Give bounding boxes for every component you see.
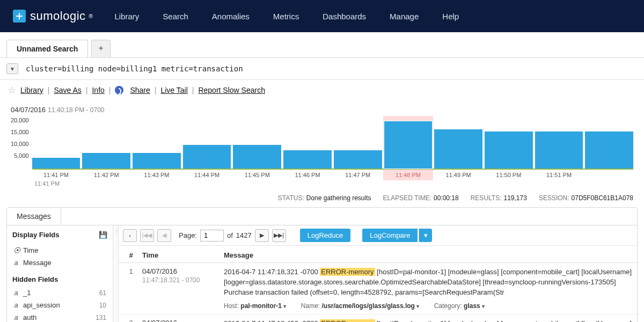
nav-manage[interactable]: Manage [390, 12, 419, 21]
highlight-error: ERROR-memory [320, 268, 375, 276]
pager-collapse-button[interactable]: ‹ [123, 229, 137, 242]
histogram-bar[interactable] [283, 150, 332, 169]
text-type-icon: a [13, 313, 19, 321]
hidden-field-api-session[interactable]: a api_session 10 [12, 299, 107, 311]
x-tick-label: 11:41 PM [32, 172, 80, 178]
text-type-icon: a [13, 301, 19, 309]
result-row[interactable]: 2 04/07/2016 11:47:18.456 - 0700 2016-04… [119, 314, 637, 322]
x-tick-label: 11:48 PM [384, 172, 433, 178]
x-tick-label: 11:51 PM [535, 172, 583, 178]
histogram-bar[interactable] [183, 145, 231, 169]
x-tick-label: 11:46 PM [283, 172, 332, 178]
pager-next-button[interactable]: ▶ [255, 229, 269, 242]
nav-search[interactable]: Search [163, 12, 188, 21]
x-tick-label: 11:45 PM [233, 172, 281, 178]
results-grid-header: # Time Message [119, 246, 637, 263]
query-bar: ▼ [0, 57, 644, 80]
x-tick-label: 11:43 PM [133, 172, 181, 178]
clock-icon: ⦿ [13, 246, 19, 254]
nav-dashboards[interactable]: Dashboards [323, 12, 366, 21]
fields-sidebar: Display Fields 💾 ⦿ Time a Message Hidden… [7, 225, 113, 322]
share-icon [115, 86, 123, 94]
pager-last-button[interactable]: ▶▶| [272, 229, 286, 242]
brand-logo: sumologic® [13, 9, 93, 23]
nav-library[interactable]: Library [114, 12, 139, 21]
page-label: Page: [179, 231, 197, 239]
action-report-slow[interactable]: Report Slow Search [198, 86, 265, 94]
histogram-bar[interactable] [434, 129, 482, 169]
histogram-bar[interactable] [585, 131, 633, 169]
hidden-field-auth[interactable]: a auth 131 [12, 311, 107, 322]
favorite-star-icon[interactable]: ☆ [8, 84, 16, 96]
action-library[interactable]: Library [20, 86, 43, 94]
histogram-zone: 04/07/201611:40:18 PM - 0700 20,000 15,0… [0, 100, 644, 189]
chart-cursor-time: 11:41 PM [34, 180, 633, 187]
hidden-fields-heading: Hidden Fields [12, 275, 107, 283]
x-tick-label: 11:42 PM [82, 172, 130, 178]
nav-anomalies[interactable]: Anomalies [212, 12, 250, 21]
pager: ‹ |◀◀ ◀ Page: of 1427 ▶ ▶▶| LogReduce Lo… [119, 225, 637, 246]
messages-panel: Messages Display Fields 💾 ⦿ Time a Messa… [6, 207, 638, 322]
collapse-query-button[interactable]: ▼ [6, 63, 18, 74]
x-tick-label: 11:50 PM [485, 172, 533, 178]
histogram-bar[interactable] [535, 131, 583, 169]
col-head-message: Message [222, 251, 633, 259]
query-input[interactable] [25, 61, 638, 76]
results-area: ‹ |◀◀ ◀ Page: of 1427 ▶ ▶▶| LogReduce Lo… [119, 225, 637, 322]
histogram-bar[interactable] [133, 153, 181, 169]
pager-prev-button[interactable]: ◀ [157, 229, 171, 242]
meta-host-dropdown[interactable]: pal-monitor-1 [240, 302, 286, 310]
action-live-tail[interactable]: Live Tail [160, 86, 187, 94]
histogram-bar[interactable] [32, 158, 80, 169]
top-nav: sumologic® Library Search Anomalies Metr… [0, 0, 644, 32]
logcompare-dropdown-button[interactable]: ▾ [419, 229, 432, 242]
tab-unnamed-search[interactable]: Unnamed Search [6, 40, 88, 57]
logcompare-button[interactable]: LogCompare [362, 229, 418, 242]
logreduce-button[interactable]: LogReduce [300, 229, 351, 242]
x-tick-label: 11:49 PM [434, 172, 482, 178]
col-head-index: # [123, 251, 139, 259]
page-input[interactable] [200, 230, 224, 241]
x-tick-label [585, 172, 633, 178]
search-actions: ☆ Library| Save As| Info| Share| Live Ta… [0, 80, 644, 100]
search-tabs-row: Unnamed Search + [0, 32, 644, 57]
action-save-as[interactable]: Save As [54, 86, 81, 94]
col-head-time: Time [139, 251, 222, 259]
x-tick-label: 11:47 PM [334, 172, 382, 178]
histogram-bar[interactable] [82, 153, 130, 169]
sidebar-drag-handle[interactable]: ⋮ [113, 225, 119, 322]
tab-add-button[interactable]: + [91, 40, 110, 57]
logo-mark-icon [13, 10, 26, 23]
pager-first-button[interactable]: |◀◀ [140, 229, 154, 242]
brand-text: sumologic [30, 9, 86, 23]
result-row[interactable]: 1 04/07/2016 11:47:18.321 - 0700 2016-04… [119, 263, 637, 314]
page-of: of [227, 231, 233, 239]
chart-x-axis: 11:41 PM11:42 PM11:43 PM11:44 PM11:45 PM… [32, 172, 633, 178]
chart-y-axis: 20,000 15,000 10,000 5,000 [11, 116, 32, 170]
histogram-bar[interactable] [384, 121, 433, 169]
meta-name-dropdown[interactable]: /usr/acme/logs/glass/glass.log [322, 302, 419, 310]
display-field-time[interactable]: ⦿ Time [12, 244, 107, 257]
histogram-bars[interactable] [32, 116, 633, 170]
registered-icon: ® [89, 13, 93, 19]
action-share[interactable]: Share [130, 86, 150, 94]
display-fields-heading: Display Fields [12, 231, 59, 239]
hidden-field-underscore1[interactable]: a _1 61 [12, 287, 107, 299]
save-fields-icon[interactable]: 💾 [99, 231, 107, 239]
histogram-bar[interactable] [233, 145, 281, 169]
text-type-icon: a [13, 259, 19, 267]
histogram-bar[interactable] [334, 150, 382, 169]
nav-metrics[interactable]: Metrics [273, 12, 299, 21]
histogram-bar[interactable] [485, 131, 533, 169]
meta-category-dropdown[interactable]: glass [464, 302, 484, 310]
display-field-message[interactable]: a Message [12, 257, 107, 269]
top-nav-links: Library Search Anomalies Metrics Dashboa… [114, 12, 459, 21]
x-tick-label: 11:44 PM [183, 172, 231, 178]
text-type-icon: a [13, 289, 19, 297]
nav-help[interactable]: Help [442, 12, 459, 21]
page-total: 1427 [236, 231, 252, 239]
status-line: STATUS:Done gathering results ELAPSED TI… [0, 189, 644, 207]
action-info[interactable]: Info [92, 86, 104, 94]
tab-messages[interactable]: Messages [7, 208, 61, 225]
highlight-error: ERROR-memory [320, 319, 375, 322]
